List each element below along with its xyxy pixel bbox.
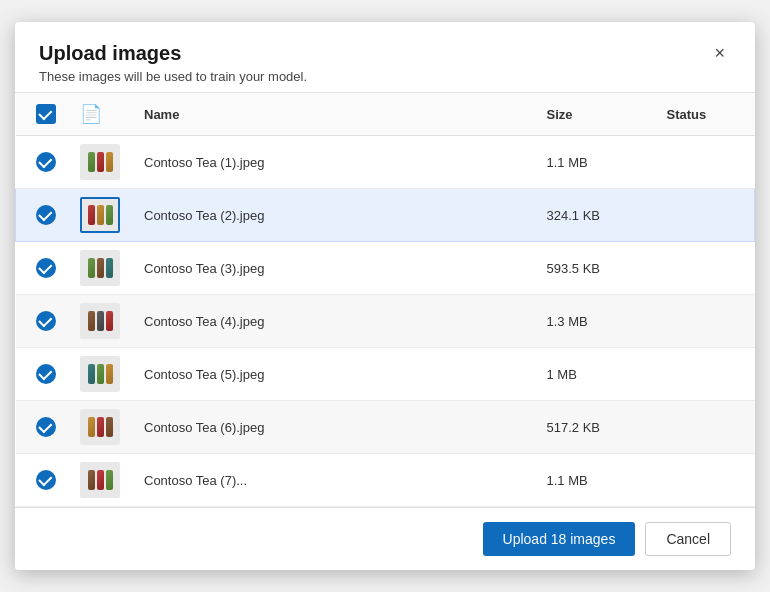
row-status: [655, 189, 755, 242]
row-status: [655, 136, 755, 189]
thumbnail-image: [80, 144, 120, 180]
row-filename: Contoso Tea (7)...: [132, 454, 535, 507]
row-filename: Contoso Tea (5).jpeg: [132, 348, 535, 401]
header-size: Size: [535, 93, 655, 136]
row-thumbnail-cell: [68, 295, 132, 348]
checkbox-checked-icon[interactable]: [36, 205, 56, 225]
row-status: [655, 401, 755, 454]
row-filename: Contoso Tea (3).jpeg: [132, 242, 535, 295]
row-thumbnail-cell: [68, 136, 132, 189]
table-row[interactable]: Contoso Tea (4).jpeg1.3 MB: [16, 295, 755, 348]
upload-button[interactable]: Upload 18 images: [483, 522, 636, 556]
row-filesize: 324.1 KB: [535, 189, 655, 242]
header-status: Status: [655, 93, 755, 136]
row-checkbox-cell[interactable]: [16, 136, 69, 189]
row-checkbox-cell[interactable]: [16, 295, 69, 348]
dialog-title: Upload images: [39, 42, 307, 65]
select-all-checkbox[interactable]: [36, 104, 56, 124]
row-status: [655, 454, 755, 507]
row-filesize: 1.3 MB: [535, 295, 655, 348]
row-status: [655, 242, 755, 295]
thumbnail-image: [80, 197, 120, 233]
dialog-subtitle: These images will be used to train your …: [39, 69, 307, 84]
row-filename: Contoso Tea (1).jpeg: [132, 136, 535, 189]
file-list-container: 📄 Name Size Status Contoso Tea (1).jpeg1…: [15, 92, 755, 507]
table-row[interactable]: Contoso Tea (6).jpeg517.2 KB: [16, 401, 755, 454]
row-checkbox-cell[interactable]: [16, 454, 69, 507]
thumbnail-image: [80, 409, 120, 445]
checkbox-checked-icon[interactable]: [36, 470, 56, 490]
table-row[interactable]: Contoso Tea (1).jpeg1.1 MB: [16, 136, 755, 189]
table-row[interactable]: Contoso Tea (2).jpeg324.1 KB: [16, 189, 755, 242]
cancel-button[interactable]: Cancel: [645, 522, 731, 556]
thumbnail-image: [80, 250, 120, 286]
row-checkbox-cell[interactable]: [16, 401, 69, 454]
checkbox-checked-icon[interactable]: [36, 417, 56, 437]
row-filesize: 1.1 MB: [535, 136, 655, 189]
dialog-title-area: Upload images These images will be used …: [39, 42, 307, 84]
file-table: 📄 Name Size Status Contoso Tea (1).jpeg1…: [15, 93, 755, 507]
checkbox-checked-icon[interactable]: [36, 364, 56, 384]
checkbox-checked-icon[interactable]: [36, 152, 56, 172]
row-checkbox-cell[interactable]: [16, 348, 69, 401]
dialog-header: Upload images These images will be used …: [15, 22, 755, 92]
row-filename: Contoso Tea (2).jpeg: [132, 189, 535, 242]
row-filesize: 593.5 KB: [535, 242, 655, 295]
table-row[interactable]: Contoso Tea (7)...1.1 MB: [16, 454, 755, 507]
dialog-footer: Upload 18 images Cancel: [15, 507, 755, 570]
row-filesize: 1.1 MB: [535, 454, 655, 507]
row-filename: Contoso Tea (6).jpeg: [132, 401, 535, 454]
table-header-row: 📄 Name Size Status: [16, 93, 755, 136]
row-thumbnail-cell: [68, 348, 132, 401]
close-button[interactable]: ×: [708, 42, 731, 64]
header-name: Name: [132, 93, 535, 136]
row-status: [655, 348, 755, 401]
row-checkbox-cell[interactable]: [16, 189, 69, 242]
header-check[interactable]: [16, 93, 69, 136]
table-row[interactable]: Contoso Tea (3).jpeg593.5 KB: [16, 242, 755, 295]
row-thumbnail-cell: [68, 189, 132, 242]
checkbox-checked-icon[interactable]: [36, 311, 56, 331]
row-thumbnail-cell: [68, 401, 132, 454]
checkbox-checked-icon[interactable]: [36, 258, 56, 278]
row-thumbnail-cell: [68, 242, 132, 295]
row-status: [655, 295, 755, 348]
header-thumb: 📄: [68, 93, 132, 136]
thumbnail-image: [80, 356, 120, 392]
row-filename: Contoso Tea (4).jpeg: [132, 295, 535, 348]
table-row[interactable]: Contoso Tea (5).jpeg1 MB: [16, 348, 755, 401]
thumbnail-image: [80, 303, 120, 339]
file-icon: 📄: [80, 104, 102, 124]
row-filesize: 1 MB: [535, 348, 655, 401]
upload-dialog: Upload images These images will be used …: [15, 22, 755, 570]
thumbnail-image: [80, 462, 120, 498]
row-thumbnail-cell: [68, 454, 132, 507]
row-filesize: 517.2 KB: [535, 401, 655, 454]
row-checkbox-cell[interactable]: [16, 242, 69, 295]
